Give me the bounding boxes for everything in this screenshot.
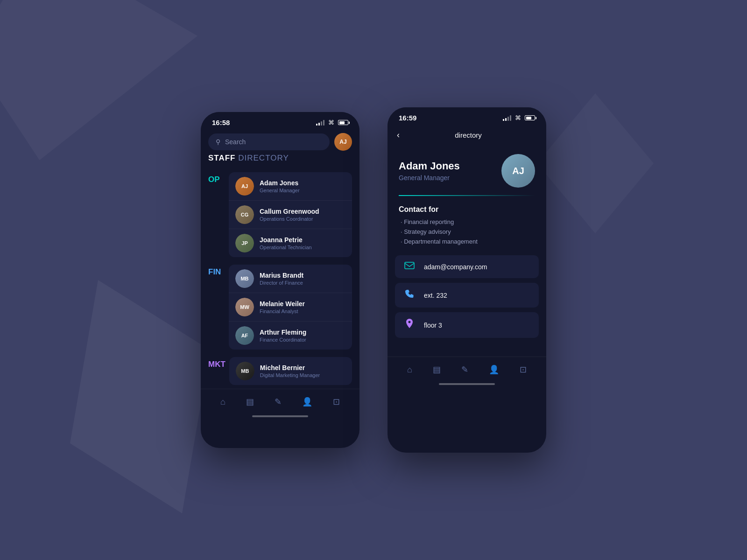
staff-name: Michel Bernier bbox=[260, 364, 320, 371]
section-op: OP AJ Adam Jones General Manager CG Call… bbox=[201, 168, 359, 261]
staff-list-fin: MB Marius Brandt Director of Finance MW … bbox=[229, 265, 352, 350]
staff-name: Melanie Weiler bbox=[260, 300, 305, 308]
avatar: CG bbox=[235, 205, 254, 224]
staff-info: Callum Greenwood Operations Coordinator bbox=[260, 208, 319, 222]
staff-info: Marius Brandt Director of Finance bbox=[260, 272, 303, 286]
nav-briefcase-icon-r[interactable]: ⊡ bbox=[518, 363, 529, 377]
location-icon bbox=[402, 319, 416, 331]
avatar: MW bbox=[235, 298, 254, 316]
signal-bar-r2 bbox=[505, 118, 507, 121]
signal-bar-3 bbox=[321, 121, 322, 126]
profile-name: Adam Jones bbox=[399, 160, 460, 172]
avatar: MB bbox=[235, 269, 254, 288]
search-icon: ⚲ bbox=[216, 138, 220, 146]
avatar-img: AJ bbox=[235, 177, 254, 196]
list-item[interactable]: AF Arthur Fleming Finance Coordinator bbox=[229, 322, 352, 350]
user-avatar[interactable]: AJ bbox=[334, 133, 352, 151]
nav-edit-icon[interactable]: ✎ bbox=[273, 395, 283, 409]
staff-info: Michel Bernier Digital Marketing Manager bbox=[260, 364, 320, 378]
directory-title: STAFF DIRECTORY bbox=[201, 151, 359, 168]
signal-bar-r4 bbox=[510, 115, 511, 121]
list-item[interactable]: MB Marius Brandt Director of Finance bbox=[229, 265, 352, 293]
profile-text: Adam Jones General Manager bbox=[399, 160, 460, 182]
profile-avatar-img: AJ bbox=[501, 154, 535, 188]
detail-profile: Adam Jones General Manager AJ bbox=[388, 145, 546, 195]
staff-role: Operational Technician bbox=[260, 245, 312, 250]
battery-fill bbox=[339, 121, 345, 124]
svg-rect-0 bbox=[405, 262, 414, 269]
staff-role: Operations Coordinator bbox=[260, 216, 319, 222]
signal-bar-r1 bbox=[503, 119, 504, 121]
staff-info: Melanie Weiler Financial Analyst bbox=[260, 300, 305, 314]
contact-rows: adam@company.com ext. 232 floor 3 bbox=[395, 255, 539, 338]
section-label-op: OP bbox=[201, 168, 229, 191]
staff-role: Digital Marketing Manager bbox=[260, 372, 320, 378]
home-indicator-left bbox=[252, 415, 308, 417]
user-avatar-img: AJ bbox=[334, 133, 352, 151]
list-item[interactable]: CG Callum Greenwood Operations Coordinat… bbox=[229, 201, 352, 229]
contact-for: Contact for Financial reporting Strategy… bbox=[388, 205, 546, 255]
nav-briefcase-icon[interactable]: ⊡ bbox=[331, 395, 342, 409]
profile-role: General Manager bbox=[399, 174, 460, 182]
staff-name: Callum Greenwood bbox=[260, 208, 319, 215]
home-indicator-right bbox=[439, 383, 495, 385]
detail-title: directory bbox=[400, 131, 537, 139]
phone-icon bbox=[402, 289, 416, 301]
signal-bar-4 bbox=[323, 120, 324, 126]
staff-name: Adam Jones bbox=[260, 179, 300, 187]
status-icons-right: ⌘ bbox=[503, 114, 535, 121]
status-icons-left: ⌘ bbox=[316, 119, 348, 126]
nav-home-icon-r[interactable]: ⌂ bbox=[405, 363, 414, 377]
avatar-img: CG bbox=[235, 205, 254, 224]
nav-home-icon[interactable]: ⌂ bbox=[218, 395, 227, 409]
nav-profile-icon[interactable]: 👤 bbox=[300, 395, 314, 409]
nav-news-icon-r[interactable]: ▤ bbox=[431, 363, 443, 377]
list-item[interactable]: JP Joanna Petrie Operational Technician bbox=[229, 229, 352, 257]
list-item[interactable]: MB Michel Bernier Digital Marketing Mana… bbox=[229, 357, 352, 385]
nav-profile-icon-r[interactable]: 👤 bbox=[487, 363, 501, 377]
staff-role: Financial Analyst bbox=[260, 308, 305, 314]
time-left: 16:58 bbox=[212, 119, 230, 126]
search-placeholder: Search bbox=[225, 138, 246, 146]
divider bbox=[399, 195, 535, 196]
list-item[interactable]: MW Melanie Weiler Financial Analyst bbox=[229, 293, 352, 322]
status-bar-left: 16:58 ⌘ bbox=[201, 112, 359, 130]
battery-icon bbox=[338, 120, 348, 125]
section-label-mkt: MKT bbox=[201, 353, 229, 376]
bg-shape-2 bbox=[70, 280, 210, 513]
staff-info: Joanna Petrie Operational Technician bbox=[260, 236, 312, 250]
section-label-fin: FIN bbox=[201, 261, 229, 283]
battery-icon-right bbox=[525, 115, 535, 120]
staff-role: Finance Coordinator bbox=[260, 337, 306, 343]
contact-location-row[interactable]: floor 3 bbox=[395, 312, 539, 338]
contact-email-row[interactable]: adam@company.com bbox=[395, 255, 539, 278]
wifi-icon-right: ⌘ bbox=[515, 114, 521, 121]
nav-news-icon[interactable]: ▤ bbox=[244, 395, 256, 409]
phone-right: 16:59 ⌘ ‹ directory Adam Jon bbox=[388, 107, 546, 453]
avatar-img: AF bbox=[235, 326, 254, 345]
bottom-nav-left: ⌂ ▤ ✎ 👤 ⊡ bbox=[201, 389, 359, 413]
email-icon bbox=[402, 262, 416, 272]
staff-list-op: AJ Adam Jones General Manager CG Callum … bbox=[229, 172, 352, 257]
avatar-img: MB bbox=[236, 362, 254, 380]
email-value: adam@company.com bbox=[424, 263, 487, 271]
signal-bar-1 bbox=[316, 124, 317, 126]
contact-phone-row[interactable]: ext. 232 bbox=[395, 283, 539, 308]
search-bar[interactable]: ⚲ Search bbox=[208, 133, 330, 150]
contact-for-item-1: Financial reporting bbox=[399, 218, 535, 225]
location-value: floor 3 bbox=[424, 322, 442, 329]
nav-edit-icon-r[interactable]: ✎ bbox=[459, 363, 470, 377]
avatar-img: MW bbox=[235, 298, 254, 316]
staff-name: Joanna Petrie bbox=[260, 236, 312, 244]
section-mkt: MKT MB Michel Bernier Digital Marketing … bbox=[201, 353, 359, 389]
staff-list-mkt: MB Michel Bernier Digital Marketing Mana… bbox=[229, 357, 352, 385]
staff-name: Marius Brandt bbox=[260, 272, 303, 279]
avatar-img: JP bbox=[235, 234, 254, 252]
staff-info: Arthur Fleming Finance Coordinator bbox=[260, 329, 306, 343]
section-fin: FIN MB Marius Brandt Director of Finance… bbox=[201, 261, 359, 353]
bg-shape-1 bbox=[0, 0, 197, 197]
status-bar-right: 16:59 ⌘ bbox=[388, 107, 546, 126]
phone-left: 16:58 ⌘ ⚲ Search AJ bbox=[201, 112, 359, 448]
list-item[interactable]: AJ Adam Jones General Manager bbox=[229, 172, 352, 201]
bottom-nav-right: ⌂ ▤ ✎ 👤 ⊡ bbox=[388, 357, 546, 380]
